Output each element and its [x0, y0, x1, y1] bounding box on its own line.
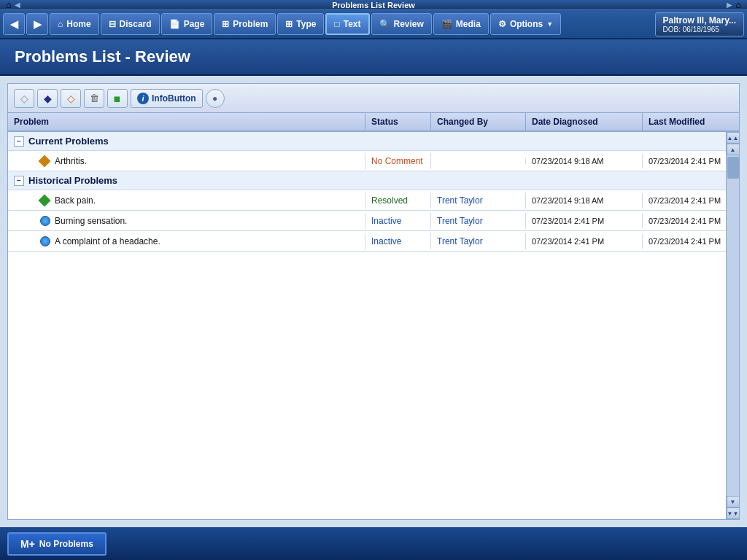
inner-panel: ◇ ◆ ◇ 🗑 ◆ i InfoButton ● — [7, 83, 740, 520]
text-icon: □ — [334, 19, 339, 29]
home-button[interactable]: ⌂ Home — [50, 13, 99, 35]
media-icon: 🎬 — [441, 19, 452, 29]
flag-icon: ◆ — [44, 93, 52, 104]
action-toolbar: ◇ ◆ ◇ 🗑 ◆ i InfoButton ● — [8, 84, 739, 113]
historical-problems-label: Historical Problems — [28, 175, 117, 186]
scroll-up[interactable]: ▲ — [727, 144, 740, 155]
arthritis-date-diagnosed: 07/23/2014 9:18 AM — [526, 154, 643, 168]
scrollbar: ▲▲ ▲ ▼ ▼▼ — [726, 132, 739, 519]
top-nav-home-right[interactable]: ⌂ — [735, 0, 741, 10]
backpain-label[interactable]: Back pain. — [55, 195, 96, 206]
type-icon: ⊞ — [285, 19, 293, 29]
problems-table: Problem Status Changed By Date Diagnosed… — [8, 113, 739, 519]
burning-status: Inactive — [365, 213, 431, 229]
blue-circle-icon-1 — [40, 216, 50, 226]
checkmark-icon: ◇ — [67, 93, 75, 104]
media-button[interactable]: 🎬 Media — [433, 13, 489, 35]
options-gear-icon: ⚙ — [498, 19, 506, 29]
scroll-track[interactable] — [727, 155, 739, 496]
arthritis-last-modified: 07/23/2014 2:41 PM — [643, 154, 726, 168]
headache-changed-by: Trent Taylor — [431, 233, 526, 249]
table-row[interactable]: A complaint of a headache. Inactive Tren… — [8, 231, 726, 252]
green-diamond-icon — [39, 194, 51, 206]
info-icon: i — [137, 93, 149, 104]
top-nav-right-arrow[interactable]: ▶ — [727, 1, 732, 9]
current-problems-label: Current Problems — [28, 136, 109, 147]
headache-label[interactable]: A complaint of a headache. — [55, 236, 160, 246]
burning-label[interactable]: Burning sensation. — [55, 216, 127, 226]
top-nav-right-section: ▶ ⌂ — [727, 0, 741, 10]
no-problems-button[interactable]: M+ No Problems — [7, 532, 107, 556]
arthritis-label[interactable]: Arthritis. — [55, 156, 87, 166]
table-row[interactable]: Burning sensation. Inactive Trent Taylor… — [8, 211, 726, 231]
flag-button[interactable]: ◆ — [37, 89, 58, 108]
back-button[interactable]: ◀ — [3, 13, 25, 35]
top-nav-title: Problems List Review — [332, 1, 415, 9]
page-button[interactable]: 📄 Page — [161, 13, 213, 35]
arthritis-status: No Comment — [365, 153, 431, 169]
table-content: − Current Problems Arthrit — [8, 132, 726, 519]
options-button[interactable]: ⚙ Options ▼ — [490, 13, 561, 35]
patient-dob: DOB: 06/18/1965 — [663, 26, 736, 34]
headache-problem-cell: A complaint of a headache. — [8, 233, 365, 249]
current-problems-header: − Current Problems — [8, 133, 365, 149]
burning-date-diagnosed: 07/23/2014 2:41 PM — [526, 214, 643, 228]
discard-button[interactable]: ⊟ Discard — [101, 13, 160, 35]
arthritis-changed-by — [431, 158, 526, 164]
problem-button[interactable]: ⊞ Problem — [214, 13, 276, 35]
gold-diamond-icon — [39, 155, 51, 167]
bottom-bar: M+ No Problems — [0, 527, 747, 560]
table-row[interactable]: Arthritis. No Comment 07/23/2014 9:18 AM… — [8, 151, 726, 171]
add-button[interactable]: ◇ — [14, 89, 34, 108]
top-nav-home-left[interactable]: ⌂ — [6, 0, 12, 10]
page-title-bar: Problems List - Review — [0, 39, 747, 76]
page-icon: 📄 — [169, 19, 180, 29]
backpain-date-diagnosed: 07/23/2014 9:18 AM — [526, 193, 643, 208]
green-action-button[interactable]: ◆ — [107, 89, 128, 108]
scroll-top-top[interactable]: ▲▲ — [727, 132, 740, 144]
patient-name: Paltrow III, Mary... — [663, 15, 736, 26]
historical-problems-section: − Historical Problems — [8, 171, 726, 190]
search-icon: ● — [212, 93, 217, 104]
current-problems-section: − Current Problems — [8, 132, 726, 151]
no-problems-icon: M+ — [20, 538, 35, 550]
scroll-thumb[interactable] — [727, 157, 739, 179]
page-title: Problems List - Review — [15, 47, 190, 66]
table-body: − Current Problems Arthrit — [8, 132, 739, 519]
arthritis-problem-cell: Arthritis. — [8, 153, 365, 169]
header-last-modified: Last Modified — [643, 113, 739, 131]
forward-button[interactable]: ▶ — [26, 13, 48, 35]
current-problems-collapse[interactable]: − — [14, 136, 24, 147]
checkmark-button[interactable]: ◇ — [61, 89, 81, 108]
headache-date-diagnosed: 07/23/2014 2:41 PM — [526, 234, 643, 249]
scroll-bottom-bottom[interactable]: ▼▼ — [727, 508, 740, 519]
review-icon: 🔍 — [379, 19, 390, 29]
type-button[interactable]: ⊞ Type — [277, 13, 324, 35]
text-button[interactable]: □ Text — [325, 13, 369, 35]
search-button[interactable]: ● — [206, 89, 225, 108]
delete-button[interactable]: 🗑 — [84, 89, 104, 108]
top-nav-left-arrow[interactable]: ◀ — [15, 1, 20, 9]
review-button[interactable]: 🔍 Review — [371, 13, 432, 35]
table-row[interactable]: Back pain. Resolved Trent Taylor 07/23/2… — [8, 190, 726, 211]
top-nav-bar: ⌂ ◀ Problems List Review ▶ ⌂ — [0, 0, 747, 10]
top-nav-arrows: ⌂ ◀ — [6, 0, 20, 10]
green-diamond-icon: ◆ — [110, 91, 124, 105]
home-icon: ⌂ — [58, 19, 63, 29]
add-icon: ◇ — [20, 93, 28, 104]
delete-icon: 🗑 — [90, 93, 99, 104]
content-area: ◇ ◆ ◇ 🗑 ◆ i InfoButton ● — [0, 76, 747, 527]
patient-info-panel: Paltrow III, Mary... DOB: 06/18/1965 — [655, 12, 744, 36]
backpain-last-modified: 07/23/2014 2:41 PM — [643, 193, 726, 208]
problem-icon: ⊞ — [222, 19, 229, 29]
header-changed-by: Changed By — [431, 113, 526, 131]
infobutton[interactable]: i InfoButton — [131, 89, 203, 108]
scroll-down[interactable]: ▼ — [727, 496, 740, 508]
burning-changed-by: Trent Taylor — [431, 213, 526, 229]
no-problems-label: No Problems — [39, 539, 93, 549]
table-header: Problem Status Changed By Date Diagnosed… — [8, 113, 739, 132]
headache-status: Inactive — [365, 233, 431, 249]
historical-problems-header: − Historical Problems — [8, 172, 365, 189]
blue-circle-icon-2 — [40, 236, 50, 246]
historical-problems-collapse[interactable]: − — [14, 176, 24, 186]
